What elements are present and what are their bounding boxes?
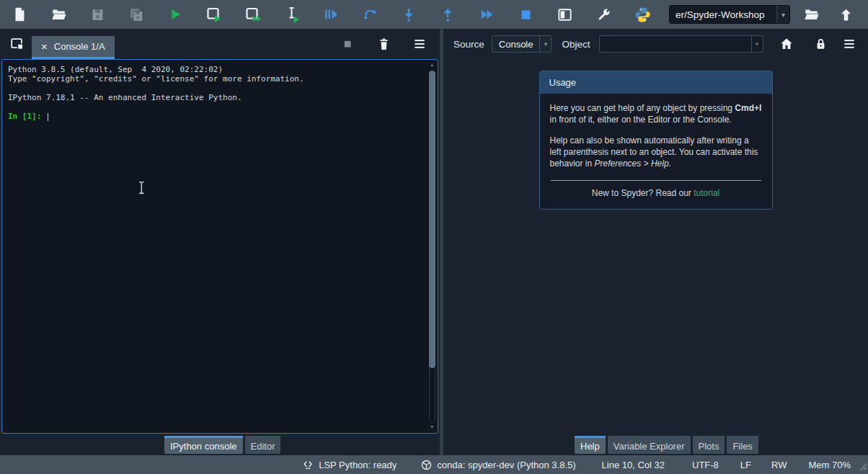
save-all-button[interactable] bbox=[124, 4, 149, 25]
permissions-status[interactable]: RW bbox=[771, 460, 787, 470]
usage-text: in front of it, either on the Editor or … bbox=[550, 115, 732, 125]
run-file-button[interactable] bbox=[163, 4, 187, 25]
source-combobox[interactable]: Console ▾ bbox=[492, 35, 552, 53]
browse-working-directory-button[interactable] bbox=[799, 4, 823, 25]
tab-help[interactable]: Help bbox=[575, 436, 606, 454]
console-scrollbar[interactable]: ▲ ▼ bbox=[427, 61, 437, 432]
main-toolbar: er/Spyder-Workshop ▾ bbox=[0, 0, 868, 29]
chevron-down-icon[interactable]: ▾ bbox=[539, 36, 551, 52]
permissions-text: RW bbox=[771, 460, 787, 470]
step-return-icon bbox=[440, 6, 456, 22]
lsp-status[interactable]: LSP Python: ready bbox=[303, 460, 397, 470]
debug-stop-button[interactable] bbox=[513, 4, 538, 25]
status-bar: LSP Python: ready conda: spyder-dev (Pyt… bbox=[0, 455, 868, 474]
new-file-button[interactable] bbox=[7, 4, 32, 25]
run-cell-advance-icon bbox=[244, 6, 262, 23]
help-pane: Source Console ▾ Object ▾ bbox=[443, 29, 868, 455]
usage-paragraph: Here you can get help of any object by p… bbox=[550, 103, 762, 126]
object-label: Object bbox=[562, 39, 590, 50]
console-line: Python 3.8.5 (default, Sep 4 2020, 02:22… bbox=[8, 65, 422, 74]
usage-menu-path: Preferences > Help bbox=[595, 158, 669, 169]
text-caret bbox=[48, 113, 49, 121]
working-directory-combobox[interactable]: er/Spyder-Workshop ▾ bbox=[669, 5, 790, 24]
tab-variable-explorer[interactable]: Variable Explorer bbox=[608, 436, 691, 454]
debug-continue-button[interactable] bbox=[474, 4, 499, 25]
encoding-text: UTF-8 bbox=[692, 460, 719, 470]
eol-status[interactable]: LF bbox=[740, 460, 751, 470]
remove-variables-button[interactable] bbox=[375, 35, 392, 53]
help-options-button[interactable] bbox=[841, 35, 858, 53]
chevron-down-icon[interactable]: ▾ bbox=[751, 36, 763, 52]
lsp-status-text: LSP Python: ready bbox=[319, 460, 397, 470]
usage-text: Here you can get help of any object by p… bbox=[550, 103, 735, 113]
interrupt-kernel-button[interactable] bbox=[339, 35, 356, 53]
parent-directory-button[interactable] bbox=[833, 4, 858, 25]
scroll-down-icon[interactable]: ▼ bbox=[427, 423, 437, 432]
lsp-icon bbox=[303, 460, 314, 470]
scroll-up-icon[interactable]: ▲ bbox=[427, 61, 437, 70]
close-tab-icon[interactable]: × bbox=[41, 41, 48, 52]
help-content: Usage Here you can get help of any objec… bbox=[443, 59, 868, 434]
hamburger-menu-icon bbox=[842, 37, 856, 51]
cursor-position-status[interactable]: Line 10, Col 32 bbox=[602, 460, 665, 470]
console-header-buttons bbox=[339, 35, 428, 53]
console-output[interactable]: Python 3.8.5 (default, Sep 4 2020, 02:22… bbox=[1, 59, 438, 434]
run-icon bbox=[167, 6, 183, 22]
tab-files[interactable]: Files bbox=[727, 436, 758, 454]
scrollbar-track[interactable] bbox=[429, 71, 435, 422]
spyder-window: er/Spyder-Workshop ▾ × Console 1/A bbox=[0, 0, 868, 474]
conda-env-status[interactable]: conda: spyder-dev (Python 3.8.5) bbox=[421, 460, 575, 470]
help-bottom-tabbar: Help Variable Explorer Plots Files bbox=[443, 434, 868, 455]
usage-footer: New to Spyder? Read our tutorial bbox=[550, 188, 762, 200]
help-pane-header: Source Console ▾ Object ▾ bbox=[443, 29, 868, 59]
preferences-button[interactable] bbox=[591, 4, 616, 25]
browse-tabs-button[interactable] bbox=[9, 35, 26, 53]
chevron-down-icon[interactable]: ▾ bbox=[776, 6, 789, 23]
save-all-icon bbox=[129, 7, 144, 22]
console-line bbox=[8, 102, 422, 112]
debug-step-over-button[interactable] bbox=[358, 4, 382, 25]
debug-step-into-button[interactable] bbox=[397, 4, 421, 25]
tab-editor[interactable]: Editor bbox=[245, 436, 281, 454]
maximize-pane-icon bbox=[557, 6, 573, 23]
home-button[interactable] bbox=[778, 35, 795, 53]
continue-icon bbox=[479, 6, 495, 22]
package-icon bbox=[421, 460, 432, 470]
console-line bbox=[8, 84, 422, 93]
debug-icon bbox=[323, 6, 339, 22]
run-cell-advance-button[interactable] bbox=[241, 4, 265, 25]
scrollbar-thumb[interactable] bbox=[429, 71, 435, 368]
home-icon bbox=[779, 37, 794, 51]
run-cell-icon bbox=[205, 6, 223, 23]
tab-ipython-console[interactable]: IPython console bbox=[164, 436, 243, 454]
console-tab[interactable]: × Console 1/A bbox=[32, 36, 115, 59]
tutorial-link[interactable]: tutorial bbox=[694, 188, 719, 198]
usage-paragraph: Help can also be shown automatically aft… bbox=[550, 135, 762, 170]
resize-grip[interactable] bbox=[859, 462, 867, 473]
usage-card-body: Here you can get help of any object by p… bbox=[540, 94, 772, 209]
run-cell-button[interactable] bbox=[202, 4, 226, 25]
tab-plots[interactable]: Plots bbox=[693, 436, 725, 454]
console-options-button[interactable] bbox=[411, 35, 428, 53]
lock-button[interactable] bbox=[812, 35, 830, 53]
maximize-pane-button[interactable] bbox=[552, 4, 577, 25]
console-pane: × Console 1/A Python 3.8.5 (default bbox=[0, 29, 440, 455]
console-prompt: In [1]: bbox=[8, 112, 46, 121]
python-logo-icon bbox=[634, 6, 651, 23]
console-line: Type "copyright", "credits" or "license"… bbox=[8, 74, 422, 84]
memory-status[interactable]: Mem 70% bbox=[808, 460, 851, 470]
debug-step-return-button[interactable] bbox=[435, 4, 460, 25]
usage-card: Usage Here you can get help of any objec… bbox=[539, 71, 773, 210]
object-combobox[interactable]: ▾ bbox=[599, 35, 763, 53]
debug-file-button[interactable] bbox=[319, 4, 343, 25]
python-env-button[interactable] bbox=[630, 4, 655, 25]
eol-text: LF bbox=[740, 460, 751, 470]
up-arrow-icon bbox=[838, 7, 854, 22]
usage-text: . bbox=[669, 158, 671, 169]
encoding-status[interactable]: UTF-8 bbox=[692, 460, 719, 470]
usage-card-title: Usage bbox=[540, 71, 772, 94]
source-label: Source bbox=[453, 39, 484, 50]
open-file-button[interactable] bbox=[46, 4, 71, 25]
run-selection-button[interactable] bbox=[280, 4, 304, 25]
save-button[interactable] bbox=[85, 4, 110, 25]
